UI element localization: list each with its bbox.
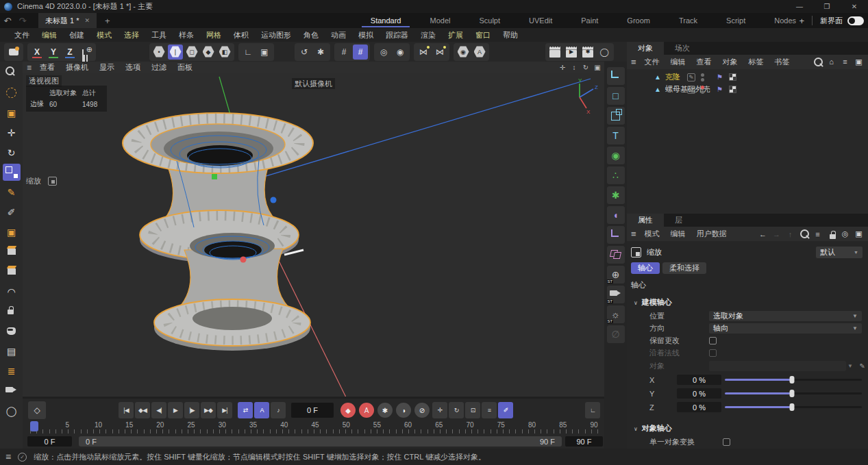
texture-tag-icon[interactable] (729, 73, 736, 81)
tab-layers[interactable]: 层 (664, 214, 693, 227)
menu-help[interactable]: 帮助 (497, 30, 524, 40)
move-tool-icon[interactable]: ✛ (3, 124, 21, 141)
group-object-axis[interactable]: ∨对象轴心 (627, 418, 868, 436)
snap-rotate-icon[interactable]: ↺ (297, 45, 312, 60)
close-button[interactable]: ✕ (841, 0, 868, 13)
menu-file[interactable]: 文件 (8, 30, 36, 40)
quantize-lock-icon[interactable]: # (353, 45, 368, 60)
y-axis-lock[interactable]: Y (46, 45, 61, 60)
search-icon[interactable] (797, 227, 810, 240)
pan-view-icon[interactable]: ✛ (557, 62, 568, 73)
key-position-toggle[interactable]: ✛ (432, 402, 447, 418)
layout-tab-script[interactable]: Script (712, 13, 760, 28)
menu-mesh[interactable]: 网格 (200, 30, 227, 40)
vp-menu-view[interactable]: 查看 (34, 62, 60, 73)
symmetry-icon[interactable]: ⋈ (416, 45, 431, 60)
symmetry-settings-icon[interactable]: ⋈ (432, 45, 447, 60)
menu-render[interactable]: 渲染 (414, 30, 442, 40)
enable-toggle-icon[interactable]: ✎ (687, 86, 695, 94)
camera-stage-icon[interactable]: ST (607, 286, 625, 303)
forward-icon[interactable]: → (770, 227, 783, 240)
visibility-dots[interactable] (701, 73, 704, 81)
camera-tool-icon[interactable] (3, 382, 21, 399)
dolly-view-icon[interactable]: ↕ (569, 62, 580, 73)
search-icon[interactable] (3, 64, 21, 81)
chip-soft-selection[interactable]: 柔和选择 (662, 262, 706, 274)
preview-range-bar[interactable]: 0 F 90 F (79, 436, 562, 447)
om-menu-icon[interactable]: ≡ (631, 57, 636, 67)
vp-menu-filter[interactable]: 过滤 (146, 62, 172, 73)
popout-icon[interactable]: ▣ (852, 227, 865, 240)
phong-tag-icon[interactable]: ⚑ (717, 86, 723, 93)
range-start-field[interactable]: 0 F (27, 436, 72, 447)
menu-mode[interactable]: 模式 (90, 30, 118, 40)
point-pen-icon[interactable]: ✎ (3, 184, 21, 201)
deformer-arch-icon[interactable]: ◠ (3, 283, 21, 300)
key-rotation-toggle[interactable]: ↻ (449, 402, 464, 418)
status-menu-icon[interactable]: ≡ (5, 451, 11, 462)
fragment-mode-icon[interactable]: ◧ (217, 45, 232, 60)
key-scale-toggle[interactable]: ⊡ (465, 402, 480, 418)
keying-settings-button[interactable]: ✱ (377, 403, 393, 418)
primitive-cube-icon[interactable] (3, 243, 21, 260)
scale-tool-icon[interactable] (3, 164, 21, 181)
next-frame-button[interactable]: |▶ (184, 402, 199, 418)
om-menu-edit[interactable]: 编辑 (665, 57, 691, 67)
current-frame-field[interactable]: 0 F (291, 403, 334, 418)
sky-stage-icon[interactable]: ⊕ST (607, 266, 625, 284)
tab-objects[interactable]: 对象 (627, 42, 664, 55)
chip-axis[interactable]: 轴心 (631, 262, 660, 274)
key-parameter-toggle[interactable]: ≡ (482, 402, 497, 418)
menu-character[interactable]: 角色 (297, 30, 325, 40)
menu-create[interactable]: 创建 (63, 30, 90, 40)
layout-tab-track[interactable]: Track (665, 13, 712, 28)
search-icon[interactable] (811, 55, 824, 68)
key-pla-toggle[interactable]: ✐ (498, 402, 513, 418)
polygon-tool-icon[interactable]: ▣ (3, 223, 21, 240)
subdivision-surface-icon[interactable]: ◉ (607, 147, 625, 164)
texture-tag-icon[interactable] (729, 86, 736, 93)
layout-tab-paint[interactable]: Paint (567, 13, 612, 28)
popout-icon[interactable]: ▣ (852, 55, 865, 68)
sound-toggle[interactable]: ♪ (271, 402, 286, 418)
tab-attributes[interactable]: 属性 (627, 214, 664, 227)
percent-field[interactable]: 0 % (677, 402, 721, 412)
goto-end-button[interactable]: ▶| (217, 402, 232, 418)
volume-mode-icon[interactable]: ◆ (201, 45, 216, 60)
layout-tab-groom[interactable]: Groom (612, 13, 665, 28)
close-tab-icon[interactable]: ✕ (85, 17, 90, 24)
layout-tab-uvedit[interactable]: UVEdit (514, 13, 567, 28)
workplane-mode-icon[interactable]: ▣ (257, 45, 272, 60)
primitive-cube-icon[interactable] (607, 107, 625, 125)
home-icon[interactable]: ⌂ (825, 55, 838, 68)
auto-mode-icon[interactable]: A (472, 45, 487, 60)
deformer-bend-icon[interactable]: ◖ (607, 206, 625, 224)
target-icon[interactable]: ◎ (839, 227, 852, 240)
menu-animate[interactable]: 动画 (325, 30, 352, 40)
interface-toggle[interactable] (847, 16, 864, 25)
enable-toggle-icon[interactable]: ✎ (687, 73, 695, 81)
generator-cube-icon[interactable] (3, 263, 21, 280)
om-menu-tags[interactable]: 标签 (743, 57, 769, 67)
render-picture-icon[interactable]: ▶ (564, 45, 579, 60)
render-settings-icon[interactable]: ✱ (580, 45, 595, 60)
undo-icon[interactable]: ↶ (0, 16, 15, 26)
record-keyframe-button[interactable]: ◆ (340, 403, 356, 418)
snap-mask-icon[interactable] (3, 323, 21, 340)
object-label[interactable]: 克隆 (665, 72, 680, 82)
single-object-checkbox[interactable] (723, 438, 730, 446)
am-menu-mode[interactable]: 模式 (639, 229, 665, 239)
om-menu-view[interactable]: 查看 (691, 57, 717, 67)
toolbox-icon[interactable] (6, 45, 21, 60)
menu-spline[interactable]: 样条 (173, 30, 200, 40)
playhead[interactable] (30, 421, 38, 431)
up-icon[interactable]: ↑ (784, 227, 797, 240)
object-list[interactable]: ▲ 克隆 ✎ ⚑ ▲ 螺母基础外壳 ✎ ⚑ (627, 69, 868, 214)
visibility-dots[interactable] (701, 86, 704, 94)
am-menu-icon[interactable]: ≡ (631, 229, 636, 239)
menu-simulate[interactable]: 模拟 (352, 30, 380, 40)
layer-book-icon[interactable]: ▤ (3, 342, 21, 360)
next-key-button[interactable]: ▶◆ (201, 402, 216, 418)
percent-slider[interactable] (725, 402, 862, 412)
group-modeling-axis[interactable]: ∨建模轴心 (627, 292, 868, 310)
